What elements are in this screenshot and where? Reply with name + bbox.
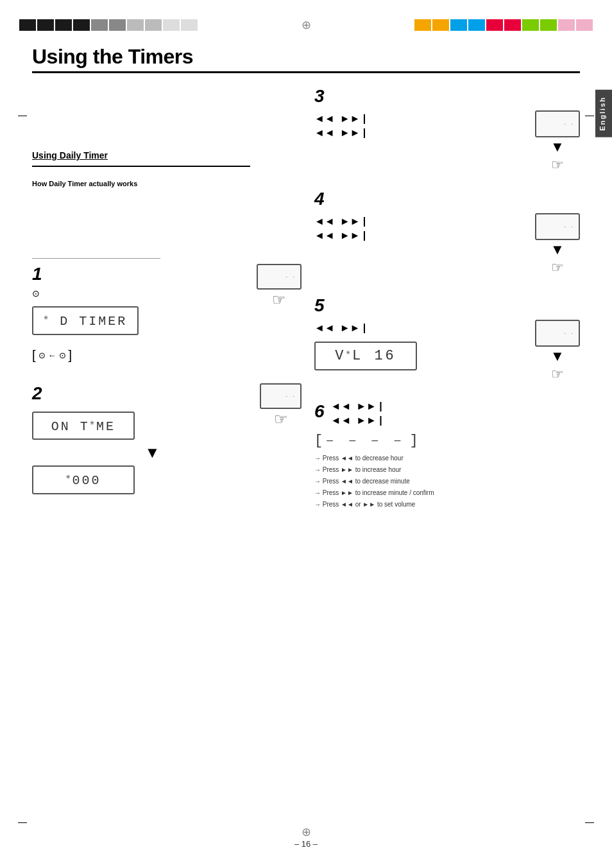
- remote-device-3: · ·: [535, 110, 580, 137]
- section-rule: [32, 166, 250, 167]
- skip-next-3b[interactable]: ►► |: [340, 127, 366, 139]
- skip-prev-4b[interactable]: ◄◄: [314, 230, 335, 241]
- step-1-row: 1 ⊙ ✳ D TIMER [: [32, 264, 302, 368]
- step-3-number: 3: [314, 86, 580, 107]
- daily-timer-section: Using Daily Timer: [32, 150, 302, 167]
- step-3-row: ◄◄ ►► | ◄◄ ►► | · · ▼: [314, 110, 580, 173]
- sub-section: How Daily Timer actually works: [32, 180, 302, 187]
- color-block: [109, 19, 126, 31]
- step-3-block: 3 ◄◄ ►► | ◄◄ ►► |: [314, 86, 580, 173]
- step-5-block: 5 ◄◄ ►► | V✳L 16 ·: [314, 295, 580, 383]
- step-3-skip-row-1: ◄◄ ►► |: [314, 113, 529, 125]
- step-2-display-000: ✳000: [32, 465, 135, 494]
- step-1-display: ✳ D TIMER: [32, 306, 139, 335]
- arrow-item-4: Press ►► to increase minute / confirm: [314, 487, 580, 499]
- step-4-content: ◄◄ ►► | ◄◄ ►► |: [314, 213, 529, 244]
- arrow-item-3: Press ◄◄ to decrease minute: [314, 476, 580, 487]
- step-6-skip-buttons: ◄◄ ►► | ◄◄ ►► |: [331, 398, 382, 429]
- down-arrow-3: ▼: [550, 139, 565, 155]
- step-5-vol-display: V✳L 16: [314, 342, 417, 370]
- color-block: [37, 19, 54, 31]
- step-2-illustration: · · ☞: [260, 383, 302, 428]
- sun-vol-icon: ✳: [346, 349, 352, 356]
- step-5-number: 5: [314, 295, 580, 316]
- color-block: [522, 19, 539, 31]
- step-6-number: 6: [314, 401, 325, 422]
- remote-device-1: · ·: [257, 264, 302, 290]
- color-block: [163, 19, 180, 31]
- down-arrow-2: ▼: [51, 444, 253, 462]
- color-block: [73, 19, 90, 31]
- color-block: [432, 19, 449, 31]
- skip-next-4b[interactable]: ►► |: [340, 230, 366, 241]
- circle-small-icon: ⊙: [32, 288, 40, 299]
- remote-hand-4: · · ▼ ☞: [535, 213, 580, 276]
- sun-3-icon: ✳: [65, 473, 72, 482]
- hand-icon-1: ☞: [272, 291, 286, 309]
- step-6-arrow-list: Press ◄◄ to decrease hour Press ►► to in…: [314, 453, 580, 510]
- step-5-row: ◄◄ ►► | V✳L 16 · · ▼ ☞: [314, 320, 580, 383]
- step-area-left: 1 ⊙ ✳ D TIMER [: [32, 258, 302, 498]
- title-rule: [32, 71, 580, 73]
- circle-off-icon: ⊙: [59, 351, 66, 360]
- two-column-layout: Using Daily Timer How Daily Timer actual…: [32, 86, 580, 526]
- step-6-skip-row-1: ◄◄ ►► |: [331, 401, 382, 412]
- skip-prev-4a[interactable]: ◄◄: [314, 216, 335, 227]
- skip-prev-6a[interactable]: ◄◄: [331, 401, 352, 412]
- step-1-number: 1: [32, 264, 250, 284]
- color-block: [468, 19, 485, 31]
- color-block: [145, 19, 162, 31]
- bottom-bar: ⊕ – 16 –: [0, 825, 612, 849]
- skip-next-6a[interactable]: ►► |: [356, 401, 382, 412]
- skip-prev-5[interactable]: ◄◄: [314, 322, 335, 334]
- skip-next-6b[interactable]: ►► |: [356, 415, 382, 426]
- margin-mark: [585, 822, 594, 823]
- hand-icon-3: ☞: [551, 157, 564, 173]
- bracket-open-6: [: [314, 433, 323, 449]
- skip-prev-6b[interactable]: ◄◄: [331, 415, 352, 426]
- step-2-on-time-text: ON T: [51, 419, 90, 433]
- remote-device-2: · ·: [260, 383, 302, 409]
- color-block: [504, 19, 521, 31]
- color-block: [91, 19, 108, 31]
- step-4-skip-row-2: ◄◄ ►► |: [314, 230, 529, 241]
- margin-mark: [18, 822, 27, 823]
- vol-display-text: V: [335, 348, 346, 364]
- step-2-000-text: 000: [72, 473, 101, 488]
- step-3-skip-row-2: ◄◄ ►► |: [314, 127, 529, 139]
- hand-icon-4: ☞: [551, 259, 564, 276]
- step-6-bracket-display: [ — — — — ]: [314, 433, 580, 449]
- skip-next-4a[interactable]: ►► |: [340, 216, 366, 227]
- step-1-content: 1 ⊙ ✳ D TIMER [: [32, 264, 250, 368]
- step-4-block: 4 ◄◄ ►► | ◄◄ ►► |: [314, 189, 580, 276]
- left-column: Using Daily Timer How Daily Timer actual…: [32, 86, 302, 526]
- step-4-row: ◄◄ ►► | ◄◄ ►► | · · ▼: [314, 213, 580, 276]
- sun-2-icon: ✳: [90, 419, 96, 428]
- crosshair-top: ⊕: [302, 18, 311, 32]
- page-number: – 16 –: [0, 839, 612, 849]
- color-block: [450, 19, 467, 31]
- step-2-number: 2: [32, 383, 253, 404]
- color-strip-left: [19, 19, 198, 31]
- skip-next-5[interactable]: ►► |: [340, 322, 366, 334]
- device-dots-2: · ·: [285, 393, 296, 399]
- skip-next-3a[interactable]: ►► |: [340, 113, 366, 125]
- step-2-row: 2 ON T✳ME ▼ ✳000: [32, 383, 302, 498]
- skip-prev-3b[interactable]: ◄◄: [314, 127, 335, 139]
- color-block: [486, 19, 503, 31]
- device-dots-4: · ·: [564, 223, 575, 230]
- vol-text: L 16: [352, 348, 396, 364]
- step-5-content: ◄◄ ►► | V✳L 16: [314, 320, 529, 374]
- remote-hand-5: · · ▼ ☞: [535, 320, 580, 383]
- color-block: [558, 19, 575, 31]
- arrow-item-5: Press ◄◄ or ►► to set volume: [314, 499, 580, 510]
- page-title: Using the Timers: [32, 45, 580, 69]
- bracket-left: [: [32, 348, 36, 363]
- skip-prev-3a[interactable]: ◄◄: [314, 113, 335, 125]
- bracket-right: ]: [69, 348, 72, 363]
- step-2-block: 2 ON T✳ME ▼ ✳000: [32, 383, 302, 498]
- down-arrow-4: ▼: [550, 241, 565, 258]
- color-strip-right: [414, 19, 593, 31]
- step-1-display-text: D TIMER: [60, 314, 127, 329]
- color-block: [19, 19, 36, 31]
